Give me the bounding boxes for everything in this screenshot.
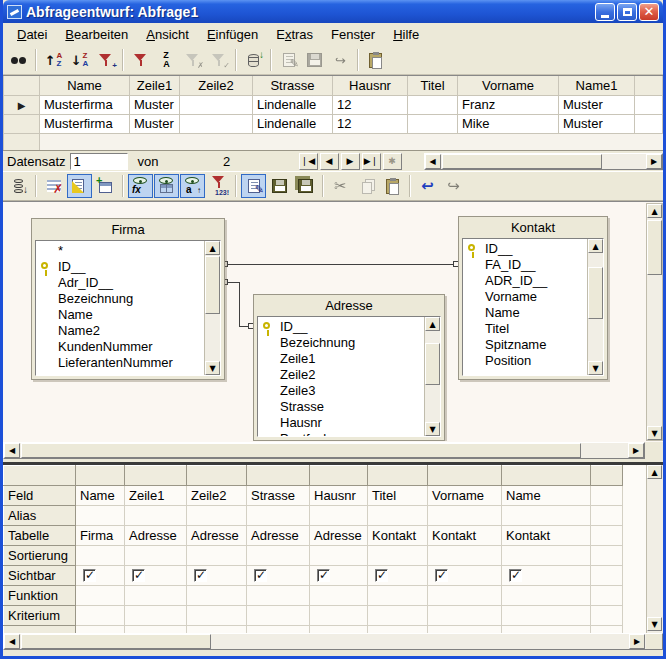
scroll-left-icon[interactable]: ◀ [425,154,441,169]
field-item[interactable]: ADR_ID__ [463,273,587,289]
cell[interactable]: Muster [130,114,180,133]
cell[interactable] [76,546,125,566]
corner-header-cell[interactable] [4,76,40,95]
cell[interactable] [187,586,247,606]
cell[interactable] [428,546,502,566]
column-header[interactable]: Hausnr [333,76,408,95]
menu-ansicht[interactable]: Ansicht [138,25,197,44]
cell[interactable] [428,506,502,526]
previous-record-button[interactable]: ◀ [320,153,339,170]
cell[interactable]: Zeile2 [187,486,247,506]
cell[interactable]: Muster [130,95,180,114]
scroll-right-icon[interactable]: ▶ [628,443,644,458]
column-header[interactable]: Vorname [458,76,559,95]
cell[interactable]: Kontakt [502,526,591,546]
field-item[interactable]: Name [463,305,587,321]
criteria-horizontal-scrollbar[interactable]: ◀ ▶ [3,633,663,650]
sichtbar-checkbox[interactable] [254,569,267,582]
cell[interactable] [310,606,368,626]
cell[interactable]: Firma [76,526,125,546]
redo-button[interactable]: ↪ [441,174,466,198]
field-item[interactable]: ID__ [36,259,204,275]
save-record-button[interactable] [302,48,327,72]
save-as-button[interactable] [293,174,318,198]
design-vertical-scrollbar[interactable]: ▲ ▼ [646,203,663,441]
scroll-down-icon[interactable]: ▼ [425,422,440,436]
column-header[interactable]: Strasse [253,76,333,95]
maximize-button[interactable] [617,3,637,21]
field-item[interactable]: Titel [463,321,587,337]
cell[interactable] [591,546,623,566]
sichtbar-checkbox[interactable] [375,569,388,582]
clear-query-button[interactable]: ✗ [41,174,66,198]
cell[interactable] [310,626,368,634]
scroll-left-icon[interactable]: ◀ [4,634,20,649]
cell[interactable]: Kontakt [428,526,502,546]
field-item[interactable]: Vorname [463,289,587,305]
switch-design-view-button[interactable] [67,174,92,198]
cell[interactable] [368,606,428,626]
refresh-button[interactable]: ↓ [241,48,266,72]
cell[interactable] [125,546,187,566]
field-item[interactable]: Zeile1 [258,351,424,367]
table-relation-canvas[interactable]: Firma * ID__ Adr_ID__ Bezeichnung Name N… [3,202,645,441]
scroll-left-icon[interactable]: ◀ [4,443,20,458]
result-horizontal-scrollbar[interactable]: ◀ ▶ [424,153,663,170]
scroll-down-icon[interactable]: ▼ [205,361,220,375]
cell[interactable] [310,546,368,566]
cell[interactable] [310,586,368,606]
apply-filter-button[interactable]: ✓ [206,48,231,72]
cell[interactable]: Adresse [125,526,187,546]
scroll-up-icon[interactable]: ▲ [205,241,220,255]
first-record-button[interactable]: ❘◀ [299,153,318,170]
close-button[interactable]: ✕ [639,3,659,21]
scrollbar-thumb[interactable] [205,256,220,314]
standard-filter-button[interactable] [128,48,153,72]
cell[interactable]: Hausnr [310,486,368,506]
scrollbar-thumb[interactable] [21,634,211,649]
field-list-scrollbar[interactable]: ▲ ▼ [204,241,220,375]
next-record-button[interactable]: ▶ [341,153,360,170]
cell[interactable] [187,506,247,526]
record-number-input[interactable] [70,153,128,170]
cell[interactable] [368,546,428,566]
cell[interactable] [591,506,623,526]
save-button[interactable] [267,174,292,198]
field-item[interactable]: Hausnr [258,415,424,431]
paste-button[interactable] [380,174,405,198]
criteria-column-header[interactable] [125,466,187,486]
cell[interactable] [187,546,247,566]
field-item[interactable]: Name [36,307,204,323]
cell[interactable] [368,626,428,634]
criteria-column-header[interactable] [76,466,125,486]
column-header[interactable]: Name1 [559,76,635,95]
find-record-button[interactable] [6,48,31,72]
cell[interactable] [247,546,310,566]
cell[interactable] [591,526,623,546]
design-horizontal-scrollbar[interactable]: ◀ ▶ [3,442,645,459]
cell[interactable]: Musterfirma [40,114,130,133]
autofilter-button[interactable]: + [93,48,118,72]
sichtbar-checkbox[interactable] [132,569,145,582]
scrollbar-thumb[interactable] [425,343,440,385]
table-title[interactable]: Kontakt [459,217,607,238]
distinct-values-button[interactable]: 123! [206,174,231,198]
cell[interactable] [247,586,310,606]
cell[interactable]: 12 [333,114,408,133]
cell[interactable] [247,606,310,626]
cell[interactable] [125,506,187,526]
scroll-down-icon[interactable]: ▼ [588,361,603,375]
field-list-scrollbar[interactable]: ▲ ▼ [424,317,440,436]
cell[interactable]: Muster [559,114,635,133]
cell[interactable] [368,506,428,526]
cell[interactable] [428,586,502,606]
sichtbar-checkbox[interactable] [509,569,522,582]
scroll-right-icon[interactable]: ▶ [646,154,662,169]
cell[interactable] [247,506,310,526]
criteria-vertical-scrollbar[interactable]: ▲ ▼ [646,465,663,633]
criteria-column-header[interactable] [247,466,310,486]
scroll-down-icon[interactable]: ▼ [647,617,662,631]
table-box-kontakt[interactable]: Kontakt ID__ FA_ID__ ADR_ID__ Vorname Na… [458,216,608,380]
cell[interactable]: Adresse [247,526,310,546]
table-title[interactable]: Firma [32,219,224,240]
